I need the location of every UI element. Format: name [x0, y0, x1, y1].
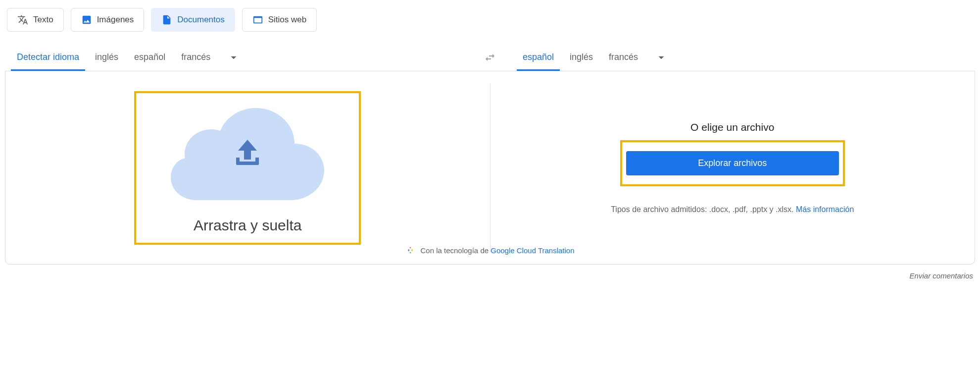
supported-types-text: Tipos de archivo admitidos: .docx, .pdf,… [611, 205, 796, 214]
source-lang-more[interactable] [220, 46, 247, 71]
source-languages: Detectar idioma inglés español francés [5, 45, 247, 71]
target-lang-es[interactable]: español [517, 45, 560, 71]
send-feedback-link[interactable]: Enviar comentarios [5, 265, 975, 280]
source-lang-fr[interactable]: francés [175, 45, 216, 71]
tab-documents[interactable]: Documentos [151, 8, 235, 32]
target-lang-fr[interactable]: francés [603, 45, 644, 71]
source-lang-en[interactable]: inglés [89, 45, 124, 71]
tab-images-label: Imágenes [97, 15, 134, 25]
swap-languages-button[interactable] [480, 47, 500, 68]
tab-documents-label: Documentos [177, 15, 224, 25]
target-languages: español inglés francés [517, 45, 675, 71]
svg-rect-1 [236, 158, 240, 163]
source-lang-es[interactable]: español [128, 45, 171, 71]
drop-label: Arrastra y suelta [194, 217, 301, 234]
chevron-down-icon [655, 51, 668, 66]
choose-file-label: O elige un archivo [690, 121, 774, 133]
browse-files-button[interactable]: Explorar archivos [626, 151, 839, 175]
tab-images[interactable]: Imágenes [71, 8, 145, 32]
more-info-link[interactable]: Más información [796, 205, 854, 214]
choose-file-area: O elige un archivo Explorar archivos Tip… [490, 71, 975, 264]
tab-text[interactable]: Texto [7, 8, 64, 32]
browse-highlight: Explorar archivos [620, 140, 845, 186]
image-icon [81, 14, 92, 25]
website-icon [252, 14, 263, 25]
chevron-down-icon [227, 51, 240, 66]
supported-types: Tipos de archivo admitidos: .docx, .pdf,… [611, 205, 854, 214]
target-lang-more[interactable] [648, 46, 675, 71]
language-bar: Detectar idioma inglés español francés e… [5, 45, 975, 71]
target-lang-en[interactable]: inglés [564, 45, 599, 71]
google-cloud-icon [405, 245, 415, 255]
drop-zone[interactable]: Arrastra y suelta [5, 71, 490, 264]
tab-text-label: Texto [33, 15, 53, 25]
cloud-upload-icon [171, 99, 324, 205]
drop-highlight: Arrastra y suelta [134, 91, 361, 245]
translate-icon [17, 14, 28, 25]
upload-panel: Arrastra y suelta O elige un archivo Exp… [5, 71, 975, 265]
tab-websites-label: Sitios web [268, 15, 306, 25]
mode-tabs: Texto Imágenes Documentos Sitios web [5, 8, 975, 32]
document-icon [161, 14, 172, 25]
cloud-translation-link[interactable]: Google Cloud Translation [490, 246, 574, 255]
svg-rect-2 [255, 158, 259, 163]
powered-by-text: Con la tecnología de [420, 246, 490, 255]
powered-by: Con la tecnología de Google Cloud Transl… [5, 236, 975, 264]
source-lang-detect[interactable]: Detectar idioma [11, 45, 85, 71]
tab-websites[interactable]: Sitios web [242, 8, 317, 32]
